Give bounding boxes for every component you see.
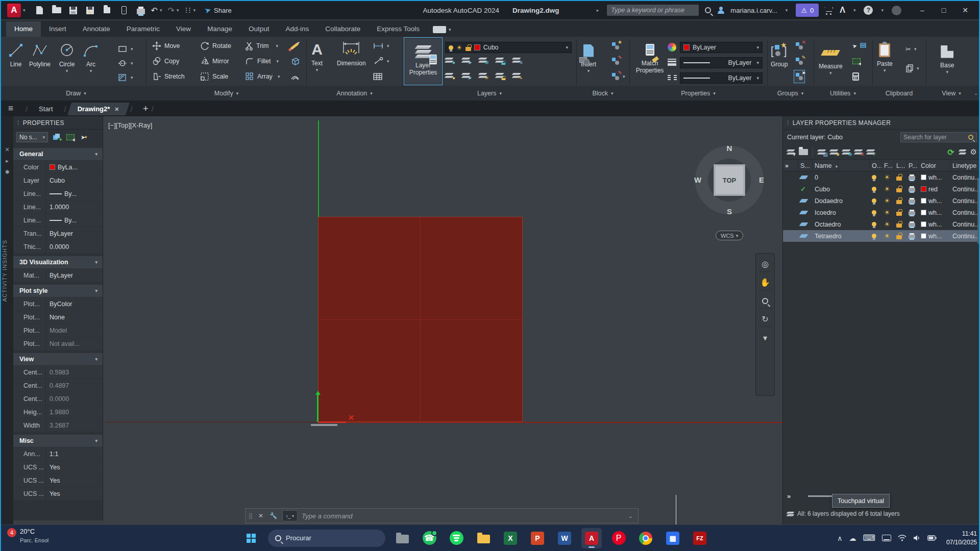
block-attributes-button[interactable]: ✎▾	[611, 71, 625, 82]
layer-row-octaedro[interactable]: Octaedro☀wh...Continu...	[783, 218, 980, 230]
minimize-button[interactable]: –	[912, 2, 933, 19]
panel-block[interactable]: Block▾	[576, 86, 629, 101]
lineweight-dropdown[interactable]: ByLayer▾	[680, 57, 763, 68]
menu-tab-express-tools[interactable]: Express Tools	[369, 21, 428, 37]
customize-quick-access-button[interactable]: ᎒᎒▾	[186, 5, 197, 15]
taskbar-app-filezilla[interactable]: FZ	[690, 528, 710, 548]
stretch-button[interactable]: Stretch	[152, 71, 185, 82]
layer-properties-button[interactable]: Layer Properties	[405, 39, 441, 84]
taskbar-app-word[interactable]: W	[554, 528, 575, 548]
taskbar-app-explorer[interactable]	[392, 528, 412, 548]
volume-icon[interactable]	[913, 535, 921, 541]
rotate-button[interactable]: Rotate	[200, 41, 231, 51]
virtual-touchpad-icon[interactable]	[882, 535, 891, 541]
property-value[interactable]: Yes	[46, 490, 103, 497]
layer-color[interactable]: red	[919, 183, 950, 195]
properties-palette-header[interactable]: ⁞PROPERTIES	[13, 116, 103, 130]
close-button[interactable]: ✕	[954, 2, 976, 19]
layer-row-cubo[interactable]: ✓Cubo☀redContinu...	[783, 183, 980, 195]
battery-icon[interactable]	[927, 535, 937, 541]
taskbar-app-excel[interactable]: X	[500, 528, 521, 548]
property-value[interactable]: ByLa...	[46, 164, 103, 171]
tray-expand-icon[interactable]: ∧	[837, 534, 842, 542]
layer-on-icon[interactable]	[870, 171, 882, 183]
layer-freeze-icon[interactable]: ☀	[882, 171, 894, 183]
wcs-selector[interactable]: WCS▾	[716, 231, 743, 240]
viewport-controls[interactable]: [−][Top][X-Ray]	[108, 121, 152, 129]
move-button[interactable]: Move	[152, 41, 180, 51]
layer-color[interactable]: wh...	[919, 218, 950, 230]
menu-tab-add-ins[interactable]: Add-ins	[277, 21, 317, 37]
property-value[interactable]: 1:1	[46, 450, 103, 458]
layer-plot-icon[interactable]	[906, 195, 919, 207]
layer-freeze-icon[interactable]: ☀	[882, 183, 894, 195]
layer-plot-icon[interactable]	[906, 171, 919, 183]
explode-button[interactable]	[290, 56, 300, 66]
logo-caret-icon[interactable]: ▾	[23, 8, 26, 13]
horizontal-scrollbar[interactable]	[808, 495, 832, 497]
layer-lock-icon[interactable]	[894, 218, 906, 230]
menu-tab-output[interactable]: Output	[240, 21, 278, 37]
property-value[interactable]: Yes	[46, 464, 103, 471]
column-color[interactable]: Color	[919, 160, 950, 172]
command-grip-icon[interactable]: ⣿	[246, 513, 255, 519]
column-p[interactable]: P...	[906, 160, 919, 172]
property-value[interactable]: Model	[46, 327, 103, 334]
layer-table-header[interactable]: »S...Name ▴O...F...L...P...ColorLinetype	[783, 159, 980, 171]
group-edit-button[interactable]: ✎	[795, 56, 803, 66]
property-value[interactable]: 1.9880	[46, 409, 103, 416]
property-value[interactable]: ByColor	[46, 300, 103, 308]
layer-name[interactable]: Tetraedro	[813, 230, 870, 242]
panel-annotation[interactable]: Annotation▾	[306, 86, 403, 101]
layer-group-filter-icon[interactable]	[799, 149, 808, 155]
taskbar-app-whatsapp[interactable]: ☎	[419, 528, 439, 548]
panel-utilities[interactable]: Utilities▾	[814, 86, 872, 101]
layer-filter-icon[interactable]: ▼	[787, 149, 794, 156]
layer-freeze-icon[interactable]: ☀	[882, 195, 894, 207]
layer-color[interactable]: wh...	[919, 171, 950, 183]
property-value[interactable]: 1.0000	[46, 204, 103, 211]
section-misc[interactable]: Misc▾	[13, 435, 103, 447]
layer-lock-icon[interactable]	[894, 195, 906, 207]
quick-calc-button[interactable]	[852, 71, 859, 82]
match-properties-button[interactable]: Match Properties	[634, 39, 666, 74]
layer-linetype[interactable]: Continu...	[950, 195, 980, 207]
layer-states-icon[interactable]: ▤	[818, 149, 825, 156]
select-objects-icon[interactable]	[65, 133, 76, 142]
layer-linetype[interactable]: Continu...	[950, 218, 980, 230]
new-drawing-button[interactable]: +	[143, 103, 149, 114]
close-tab-icon[interactable]: ✕	[114, 106, 119, 112]
layer-name[interactable]: Octaedro	[813, 218, 870, 230]
column-f[interactable]: F...	[882, 160, 894, 172]
layer-freeze-icon[interactable]: ❄	[479, 55, 486, 65]
menu-tab-manage[interactable]: Manage	[199, 21, 240, 37]
copy-button[interactable]: Copy	[152, 56, 179, 66]
text-button[interactable]: A Text▾	[311, 39, 323, 72]
polyline-button[interactable]: Polyline	[29, 40, 51, 68]
drawing-canvas[interactable]: [−][Top][X-Ray] ✕ N W E S TOP WCS▾ ◎ ✋ ↻…	[103, 116, 782, 524]
nav-pan-icon[interactable]: ✋	[758, 275, 772, 290]
signed-in-user[interactable]: mariana.i.carv...	[730, 7, 777, 14]
viewcube-west[interactable]: W	[693, 176, 703, 184]
tab-start[interactable]: Start	[31, 103, 61, 115]
create-block-button[interactable]: ★	[611, 41, 620, 51]
layer-isolate-icon[interactable]: ≡	[512, 55, 520, 65]
section-view[interactable]: View▾	[13, 353, 103, 365]
quick-select-button[interactable]: ➤	[852, 41, 866, 51]
selection-filter-dropdown[interactable]: No s...▾	[16, 132, 48, 142]
refresh-icon[interactable]: ⟳	[947, 147, 954, 157]
autodesk-brand-icon[interactable]: Λ	[840, 6, 845, 15]
nav-orbit-icon[interactable]: ↻	[758, 312, 772, 327]
property-value[interactable]: 0.4897	[46, 382, 103, 389]
taskbar-app-autocad[interactable]: A	[581, 528, 602, 548]
taskbar-app-chrome[interactable]	[635, 528, 656, 548]
notification-badge-button[interactable]: ⚠0	[796, 4, 819, 17]
gear-icon[interactable]: ⚙	[970, 147, 977, 157]
quick-calculator-select-button[interactable]	[852, 56, 861, 66]
property-value[interactable]: By...	[46, 190, 103, 197]
trim-button[interactable]: Trim▾	[245, 41, 278, 51]
layer-on-icon[interactable]	[870, 195, 882, 207]
menu-burger-icon[interactable]: ≡	[8, 104, 13, 114]
layer-thaw-all-icon[interactable]: ☀	[479, 70, 486, 81]
dimension-button[interactable]: Dimension	[337, 39, 366, 67]
